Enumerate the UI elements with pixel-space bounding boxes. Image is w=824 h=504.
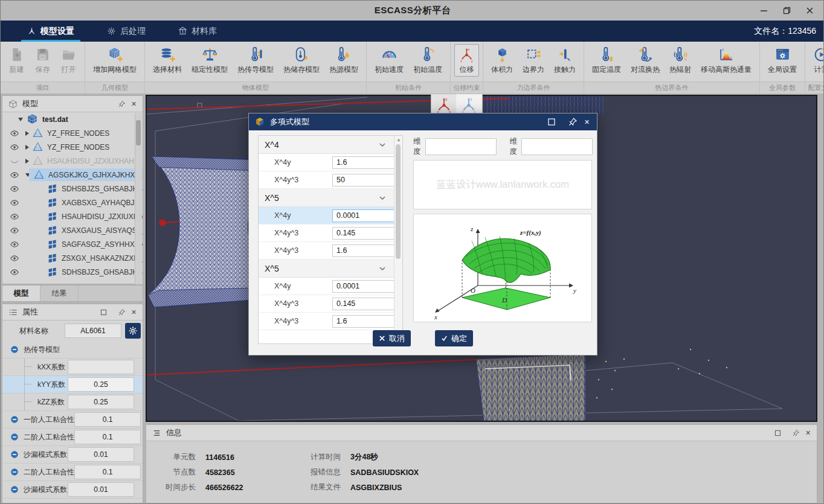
pin-icon[interactable] bbox=[118, 100, 126, 108]
pin-icon[interactable] bbox=[118, 308, 126, 316]
close-icon[interactable]: × bbox=[130, 308, 138, 316]
tree-item[interactable]: AGSGKJKG_GJHXAJKHXA bbox=[2, 168, 143, 182]
ribbon-button-initial-temperature[interactable]: 初始温度 bbox=[409, 44, 446, 77]
cancel-button[interactable]: 取消 bbox=[373, 330, 411, 346]
tree-item[interactable]: YZ_FREE_NODES bbox=[2, 126, 143, 140]
field-value-input[interactable] bbox=[332, 244, 400, 257]
ribbon-button-add-mesh-model[interactable]: 增加网格模型 bbox=[89, 44, 141, 77]
close-icon[interactable]: × bbox=[583, 118, 591, 126]
property-row[interactable]: 二阶人工粘合性 bbox=[2, 464, 143, 481]
ribbon-button-displacement-axes[interactable]: zxy位移 bbox=[454, 44, 479, 77]
material-settings-button[interactable] bbox=[125, 323, 141, 339]
dialog-field-row[interactable]: X^4y^3 bbox=[259, 313, 402, 330]
field-value-input[interactable] bbox=[332, 174, 400, 187]
property-value-input[interactable] bbox=[74, 412, 141, 427]
menu-tab-post-process[interactable]: 后处理 bbox=[97, 21, 155, 42]
ribbon-button-heat-source[interactable]: 热源模型 bbox=[325, 44, 362, 77]
ribbon-button-select-material[interactable]: 选择材料 bbox=[149, 44, 186, 77]
property-row[interactable]: 二阶人工粘合性 bbox=[2, 429, 143, 446]
restore-button[interactable] bbox=[777, 4, 796, 18]
expander-icon[interactable] bbox=[18, 118, 23, 121]
scrollbar-thumb[interactable] bbox=[136, 120, 141, 145]
ribbon-button-fixed-temperature[interactable]: 固定温度 bbox=[588, 44, 625, 77]
property-value-input[interactable] bbox=[74, 430, 141, 444]
property-value-input[interactable] bbox=[68, 395, 134, 409]
tree-item[interactable]: XAGBSXG_AYHAQBJ bbox=[2, 196, 143, 209]
tree-item[interactable]: SAGFASGZ_ASYHHXSN bbox=[2, 237, 143, 251]
close-icon[interactable]: × bbox=[130, 100, 138, 108]
ribbon-button-initial-velocity[interactable]: 初始速度 bbox=[370, 44, 408, 77]
property-value-input[interactable] bbox=[74, 465, 141, 479]
dialog-field-row[interactable]: X^4y^3 bbox=[259, 225, 402, 242]
pin-icon[interactable] bbox=[792, 429, 800, 437]
property-row[interactable]: kZZ系数 bbox=[2, 394, 143, 411]
tree-item[interactable]: YZ_FREE_NODES bbox=[2, 140, 143, 154]
tree-item[interactable]: SDHSBJZS_GHSABJHB_ZAHU bbox=[2, 265, 143, 279]
dialog-section-row[interactable]: X^5 bbox=[259, 189, 402, 207]
property-row[interactable]: 沙漏模式系数 bbox=[2, 446, 143, 464]
tree-item[interactable]: HSAUHDISU_JZXIUXHAHX bbox=[2, 209, 143, 223]
property-value-input[interactable] bbox=[68, 447, 134, 462]
material-name-input[interactable] bbox=[65, 324, 121, 338]
dialog-section-row[interactable]: X^5 bbox=[259, 260, 402, 278]
field-value-input[interactable] bbox=[332, 227, 400, 240]
dialog-field-row[interactable]: X^4y bbox=[259, 207, 402, 225]
dialog-titlebar[interactable]: 多项式模型 × bbox=[249, 113, 597, 130]
property-row[interactable]: 沙漏模式系数 bbox=[2, 481, 143, 499]
ribbon-button-body-force[interactable]: 体积力 bbox=[487, 44, 517, 77]
tree-item[interactable]: XSAXGAUS_AISYAQSH_ASHX bbox=[2, 223, 143, 237]
scroll-up-icon[interactable]: ▲ bbox=[396, 137, 401, 142]
dimension-input-2[interactable] bbox=[521, 138, 593, 155]
tree-scrollbar[interactable] bbox=[135, 113, 142, 284]
menu-tab-material-lib[interactable]: 材料库 bbox=[169, 21, 227, 42]
dialog-field-row[interactable]: X^4y^3 bbox=[259, 295, 402, 313]
field-value-input[interactable] bbox=[332, 315, 400, 328]
ribbon-button-compute[interactable]: 计算 bbox=[809, 44, 824, 77]
axis-option-triad-blue[interactable]: zxy bbox=[456, 94, 481, 115]
ribbon-button-heat-storage[interactable]: 热储存模型 bbox=[279, 44, 324, 77]
tree-item[interactable]: SDHSBJZS_GHSABJHB_ZAHU bbox=[2, 182, 143, 196]
close-window-button[interactable] bbox=[800, 4, 819, 18]
sidebar-tab[interactable]: 结果 bbox=[40, 285, 79, 301]
ribbon-button-stability-model[interactable]: 稳定性模型 bbox=[187, 44, 232, 77]
ribbon-button-heat-conduction[interactable]: 热传导模型 bbox=[233, 44, 278, 77]
property-row[interactable]: kXX系数 bbox=[2, 359, 143, 376]
ribbon-button-gaussian-flux[interactable]: zy移动高斯热通量 bbox=[697, 44, 756, 77]
restore-icon[interactable] bbox=[774, 429, 782, 437]
dimension-input-1[interactable] bbox=[425, 138, 497, 155]
close-icon[interactable]: × bbox=[804, 429, 812, 437]
property-row[interactable]: 一阶人工粘合性 bbox=[2, 411, 143, 429]
ribbon-button-boundary-force[interactable]: 边界力 bbox=[518, 44, 549, 77]
dialog-field-row[interactable]: X^4y^3 bbox=[259, 171, 402, 189]
tree-root-item[interactable]: test.dat bbox=[2, 112, 143, 126]
field-value-input[interactable] bbox=[332, 156, 400, 169]
restore-icon[interactable] bbox=[100, 308, 108, 316]
field-value-input[interactable] bbox=[332, 209, 400, 222]
axis-option-triad-red[interactable]: zxy bbox=[431, 94, 456, 115]
scrollbar-thumb[interactable] bbox=[396, 144, 401, 259]
pin-icon[interactable] bbox=[568, 117, 578, 127]
property-value-input[interactable] bbox=[68, 360, 134, 374]
menu-tab-model-settings[interactable]: 模型设置 bbox=[18, 21, 84, 42]
property-group-header[interactable]: 热传导模型 bbox=[2, 341, 143, 359]
property-row[interactable]: kYY系数 bbox=[2, 376, 143, 394]
ribbon-button-global-settings[interactable]: 全局设置 bbox=[764, 44, 801, 77]
dialog-field-row[interactable]: X^4y^3 bbox=[259, 242, 402, 260]
field-value-input[interactable] bbox=[332, 298, 400, 310]
tree-item[interactable]: HSAUHDISU_JZXIUXHAHX bbox=[2, 154, 143, 168]
minimize-button[interactable] bbox=[755, 4, 773, 18]
property-value-input[interactable] bbox=[68, 482, 134, 497]
property-value-input[interactable] bbox=[68, 377, 134, 392]
dialog-field-row[interactable]: X^4y bbox=[259, 154, 402, 171]
sidebar-tab[interactable]: 模型 bbox=[2, 285, 40, 301]
ribbon-button-thermal-radiation[interactable]: 热辐射 bbox=[665, 44, 695, 77]
restore-icon[interactable] bbox=[547, 117, 556, 127]
dialog-section-row[interactable]: X^4 bbox=[259, 136, 402, 154]
dialog-field-row[interactable]: X^4y bbox=[259, 278, 402, 295]
dialog-scrollbar[interactable]: ▲▼ bbox=[394, 136, 402, 343]
tree-item[interactable]: ZSXGX_HSAKAZNZXK_AHASX bbox=[2, 251, 143, 265]
ribbon-button-convection[interactable]: 对流换热 bbox=[626, 44, 664, 77]
ok-button[interactable]: 确定 bbox=[435, 330, 473, 346]
ribbon-button-contact-force[interactable]: 接触力 bbox=[550, 44, 580, 77]
field-value-input[interactable] bbox=[332, 280, 400, 293]
